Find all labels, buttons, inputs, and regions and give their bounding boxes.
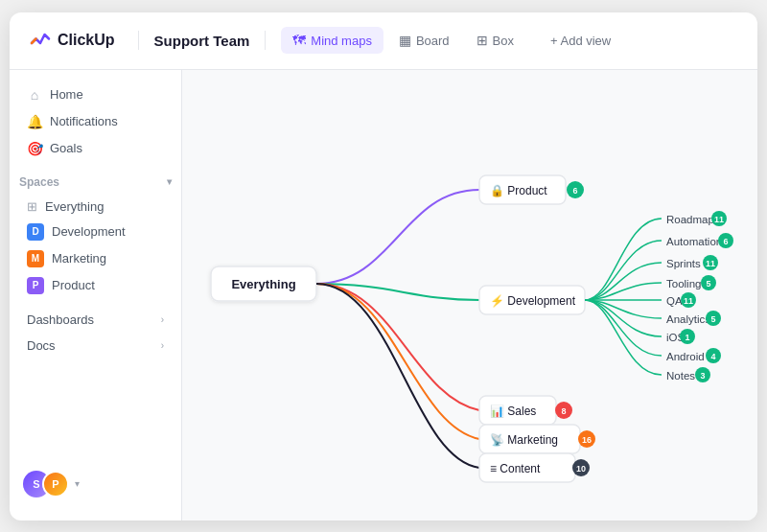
tab-board[interactable]: ▦ Board [387,27,461,54]
dashboards-label: Dashboards [27,312,94,327]
roadmap-leaf: Roadmap [666,214,714,225]
sidebar-item-everything[interactable]: ⊞ Everything [17,195,174,219]
svg-text:11: 11 [684,296,693,306]
svg-text:1: 1 [685,333,689,342]
sidebar-item-notifications[interactable]: 🔔 Notifications [17,108,174,135]
sidebar-item-development[interactable]: D Development [17,219,174,245]
content-node-label: ≡ Content [490,462,541,475]
separator [138,31,139,50]
nav-tabs: 🗺 Mind maps ▦ Board ⊞ Box [281,27,525,54]
sidebar-notifications-label: Notifications [50,114,118,128]
sidebar: ⌂ Home 🔔 Notifications 🎯 Goals Spaces ▾ [10,70,182,520]
home-icon: ⌂ [27,87,42,103]
root-node-label: Everything [231,277,295,291]
svg-text:11: 11 [714,215,724,224]
dashboards-chevron-icon: › [161,314,164,325]
sales-node-label: 📊 Sales [490,404,536,418]
tab-box[interactable]: ⊞ Box [465,27,525,54]
svg-text:11: 11 [706,259,715,268]
svg-text:4: 4 [710,352,715,361]
docs-label: Docs [27,338,56,353]
workspace-name: Support Team [154,33,250,49]
svg-text:8: 8 [561,406,566,416]
sidebar-item-marketing[interactable]: M Marketing [17,245,174,272]
separator2 [265,31,266,50]
add-view-button[interactable]: + Add view [541,28,620,54]
mind-map-svg: Everything 🔒 Product 6 ⚡ Development Roa… [182,70,757,520]
mind-maps-label: Mind maps [311,34,372,48]
product-badge: P [27,277,44,294]
logo: ClickUp [29,29,115,52]
goals-icon: 🎯 [27,141,42,156]
automation-leaf: Automation [666,236,722,247]
add-view-label: + Add view [550,34,611,48]
avatar-group: S P [23,471,69,497]
svg-text:6: 6 [723,237,728,246]
spaces-chevron-icon: ▾ [167,176,172,187]
box-icon: ⊞ [476,33,488,48]
canvas-area: Everything 🔒 Product 6 ⚡ Development Roa… [182,70,757,520]
sidebar-product-label: Product [52,278,95,292]
notifications-icon: 🔔 [27,114,42,129]
box-label: Box [493,34,514,48]
sidebar-goals-label: Goals [50,141,82,155]
user-menu-chevron-icon: ▾ [75,478,80,489]
docs-chevron-icon: › [161,340,164,351]
product-node-label: 🔒 Product [490,183,547,197]
sprints-leaf: Sprints [666,258,701,269]
svg-text:5: 5 [706,279,710,289]
marketing-node-label: 📡 Marketing [490,432,558,447]
sidebar-marketing-label: Marketing [52,251,106,266]
development-badge: D [27,223,44,241]
analytics-leaf: Analytics [666,313,710,325]
main-content: ⌂ Home 🔔 Notifications 🎯 Goals Spaces ▾ [10,70,757,520]
avatar-p: P [42,471,69,497]
android-leaf: Android [666,351,705,362]
docs-item[interactable]: Docs › [17,333,174,359]
logo-text: ClickUp [58,32,115,49]
development-node-label: ⚡ Development [490,293,576,308]
everything-icon: ⊞ [27,199,37,214]
sidebar-footer: S P ▾ [10,459,181,509]
svg-text:5: 5 [710,314,715,324]
notes-leaf: Notes [666,370,695,382]
tooling-leaf: Tooling [666,278,701,289]
qa-leaf: QA [666,295,683,307]
spaces-section-header[interactable]: Spaces ▾ [10,170,181,195]
tab-mind-maps[interactable]: 🗺 Mind maps [281,27,384,54]
spaces-label: Spaces [19,175,59,189]
svg-text:10: 10 [576,464,586,474]
svg-text:16: 16 [582,435,592,445]
svg-text:3: 3 [700,371,705,381]
sidebar-home-label: Home [50,87,83,102]
clickup-logo-icon [29,29,52,52]
sidebar-bottom: Dashboards › Docs › [10,307,181,359]
sidebar-item-home[interactable]: ⌂ Home [17,81,174,108]
sidebar-item-goals[interactable]: 🎯 Goals [17,135,174,162]
sidebar-everything-label: Everything [45,199,104,214]
spaces-list: ⊞ Everything D Development M Marketing P… [10,195,181,299]
top-bar: ClickUp Support Team 🗺 Mind maps ▦ Board… [10,12,757,70]
marketing-badge: M [27,250,44,267]
dashboards-item[interactable]: Dashboards › [17,307,174,333]
mind-maps-icon: 🗺 [292,33,306,48]
svg-text:6: 6 [572,186,577,196]
sidebar-nav: ⌂ Home 🔔 Notifications 🎯 Goals [10,81,181,162]
board-icon: ▦ [399,33,411,48]
sidebar-item-product[interactable]: P Product [17,272,174,299]
sidebar-development-label: Development [52,224,126,239]
board-label: Board [416,34,450,48]
